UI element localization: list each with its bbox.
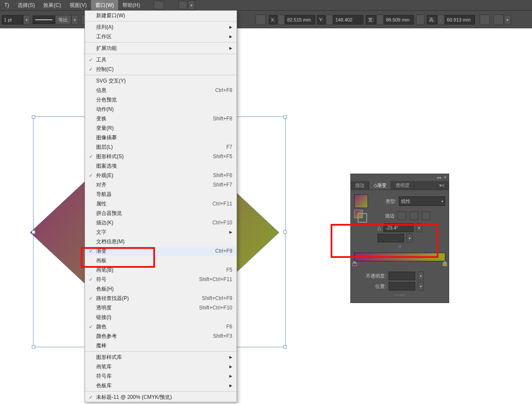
menu-item[interactable]: 颜色参考Shift+F3	[85, 331, 237, 341]
menu-item[interactable]: 拼合器预览	[85, 208, 237, 218]
menu-item[interactable]: SVG 交互(Y)	[85, 76, 237, 86]
menu-item[interactable]: 文档信息(M)	[85, 237, 237, 246]
x-stepper[interactable]	[278, 15, 285, 25]
menu-select[interactable]: 选择(S)	[13, 0, 39, 10]
position-dropdown[interactable]: ▾	[418, 282, 424, 291]
menu-item[interactable]: 排列(A)▶	[85, 22, 237, 32]
gradient-swatch[interactable]	[354, 194, 368, 208]
menu-item[interactable]: ✓图形样式(S)Shift+F5	[85, 152, 237, 161]
menu-item-label: 变量(R)	[96, 125, 232, 132]
menu-help[interactable]: 帮助(H)	[118, 0, 144, 10]
menu-item[interactable]: 变量(R)	[85, 123, 237, 133]
h-value-field[interactable]: 60.913 mm	[445, 15, 475, 24]
menu-item[interactable]: 图像描摹	[85, 133, 237, 142]
menu-item[interactable]: 符号库▶	[85, 371, 237, 381]
position-field[interactable]	[389, 282, 415, 291]
check-icon: ✓	[85, 57, 96, 63]
opacity-field[interactable]	[389, 272, 415, 280]
menu-item-label: 属性	[96, 200, 213, 208]
check-icon: ✓	[85, 296, 96, 301]
toolbar-btn-c[interactable]	[493, 15, 504, 25]
menu-item[interactable]: 对齐Shift+F7	[85, 180, 237, 190]
menu-item[interactable]: 动作(N)	[85, 104, 237, 114]
menu-item[interactable]: ✓颜色F6	[85, 322, 237, 331]
menu-item[interactable]: 图案选项	[85, 161, 237, 171]
doc-layout-icon[interactable]	[154, 1, 164, 9]
menu-item[interactable]: 文字▶	[85, 227, 237, 237]
stroke-style-dropdown-arrow[interactable]: ▾	[71, 15, 78, 24]
check-icon: ✓	[85, 173, 96, 178]
menu-t[interactable]: T)	[0, 0, 13, 10]
tab-stroke[interactable]: 描边	[351, 181, 369, 190]
link-wh-icon[interactable]	[416, 15, 425, 25]
handle-ne[interactable]	[283, 115, 287, 119]
menu-shortcut: Shift+F5	[213, 153, 232, 159]
align-grid-icon[interactable]	[255, 15, 266, 25]
menu-item[interactable]: 分色预览	[85, 95, 237, 104]
menu-item[interactable]: ✓工具	[85, 55, 237, 64]
gradient-stop-right[interactable]	[443, 261, 447, 266]
menu-item[interactable]: ✓符号Shift+Ctrl+F11	[85, 275, 237, 284]
x-value-field[interactable]: 82.515 mm	[285, 15, 315, 24]
menu-item[interactable]: ✓控制(C)	[85, 64, 237, 74]
menu-item[interactable]: 导航器	[85, 190, 237, 199]
stroke-grad-btn-3[interactable]	[422, 211, 430, 220]
stroke-preview[interactable]	[33, 15, 55, 24]
stroke-weight-field[interactable]: 1 pt	[2, 15, 23, 24]
handle-e[interactable]	[283, 230, 287, 234]
h-stepper[interactable]	[438, 15, 444, 25]
handle-se[interactable]	[283, 345, 287, 349]
fill-stroke-swatch[interactable]	[354, 210, 366, 222]
menu-item[interactable]: ✓路径查找器(P)Shift+Ctrl+F9	[85, 294, 237, 303]
menu-item[interactable]: 工作区▶	[85, 32, 237, 41]
toolbar-btn-c-dropdown[interactable]: ▾	[504, 15, 511, 24]
menu-shortcut: Shift+Ctrl+F11	[199, 276, 232, 282]
handle-w[interactable]	[32, 230, 35, 234]
stroke-grad-btn-1[interactable]	[398, 211, 406, 220]
canvas-area[interactable]	[0, 28, 532, 404]
menu-item[interactable]: ✓外观(E)Shift+F6	[85, 171, 237, 180]
menu-item[interactable]: 链接(I)	[85, 312, 237, 322]
menu-item[interactable]: 新建窗口(W)	[85, 11, 237, 20]
toolbar-btn-b[interactable]	[480, 15, 490, 25]
menu-effect[interactable]: 效果(C)	[39, 0, 65, 10]
menu-item[interactable]: 透明度Shift+Ctrl+F10	[85, 303, 237, 312]
w-stepper[interactable]	[377, 15, 383, 25]
w-value-field[interactable]: 88.509 mm	[384, 15, 414, 24]
menu-item[interactable]: 属性Ctrl+F11	[85, 199, 237, 208]
screen-mode-dropdown[interactable]: ▾	[188, 0, 195, 10]
panel-resize-grip[interactable]: ••••••	[354, 293, 445, 297]
control-toolbar: 1 pt ▾ 等比 ▾ X: 82.515 mm Y: 148.402 宽: 8…	[0, 10, 532, 29]
tab-transparency[interactable]: 透明度	[391, 181, 414, 190]
gradient-stop-left[interactable]	[353, 261, 357, 266]
type-select[interactable]: 线性▾	[399, 196, 445, 206]
menu-item[interactable]: 色板(H)	[85, 284, 237, 294]
panel-menu-icon[interactable]: ▾≡	[435, 181, 449, 190]
menu-window[interactable]: 窗口(W)	[91, 0, 118, 10]
stroke-weight-dropdown[interactable]: ▾	[23, 15, 30, 24]
menu-item[interactable]: 画笔库▶	[85, 362, 237, 371]
check-icon: ✓	[85, 67, 96, 72]
stroke-grad-btn-2[interactable]	[410, 211, 418, 220]
stroke-style-dropdown[interactable]: 等比	[55, 15, 71, 24]
menu-item[interactable]: 信息Ctrl+F8	[85, 86, 237, 95]
y-stepper[interactable]	[326, 15, 333, 25]
handle-sw[interactable]	[32, 345, 35, 349]
screen-mode-icon[interactable]	[179, 1, 187, 9]
panel-close-icon[interactable]: ✕	[443, 175, 448, 180]
menu-item[interactable]: 魔棒	[85, 341, 237, 350]
panel-collapse-icon[interactable]: ◂◂	[436, 175, 442, 180]
type-label: 类型:	[371, 198, 396, 205]
menu-item[interactable]: 色板库▶	[85, 381, 237, 390]
menu-item[interactable]: 描边(K)Ctrl+F10	[85, 218, 237, 227]
menu-item[interactable]: 变换Shift+F8	[85, 114, 237, 123]
handle-nw[interactable]	[32, 115, 35, 119]
menu-item[interactable]: 图形样式库▶	[85, 352, 237, 362]
menu-item[interactable]: 扩展功能▶	[85, 43, 237, 53]
menu-view[interactable]: 视图(V)	[65, 0, 91, 10]
y-value-field[interactable]: 148.402	[333, 15, 363, 24]
opacity-dropdown[interactable]: ▾	[418, 272, 424, 280]
tab-gradient[interactable]: ◇ 渐变	[369, 181, 391, 190]
menu-item[interactable]: ✓未标题-11 @ 200% (CMYK/预览)	[85, 392, 237, 402]
menu-item[interactable]: 图层(L)F7	[85, 142, 237, 152]
